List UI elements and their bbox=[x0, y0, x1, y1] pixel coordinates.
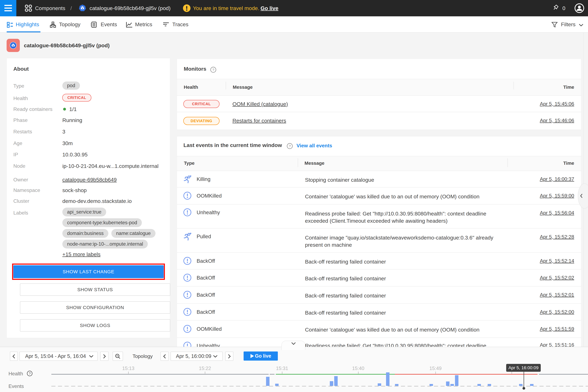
svg-text:?: ? bbox=[212, 68, 214, 72]
svg-text:?: ? bbox=[289, 144, 291, 148]
svg-text:?: ? bbox=[29, 372, 30, 376]
